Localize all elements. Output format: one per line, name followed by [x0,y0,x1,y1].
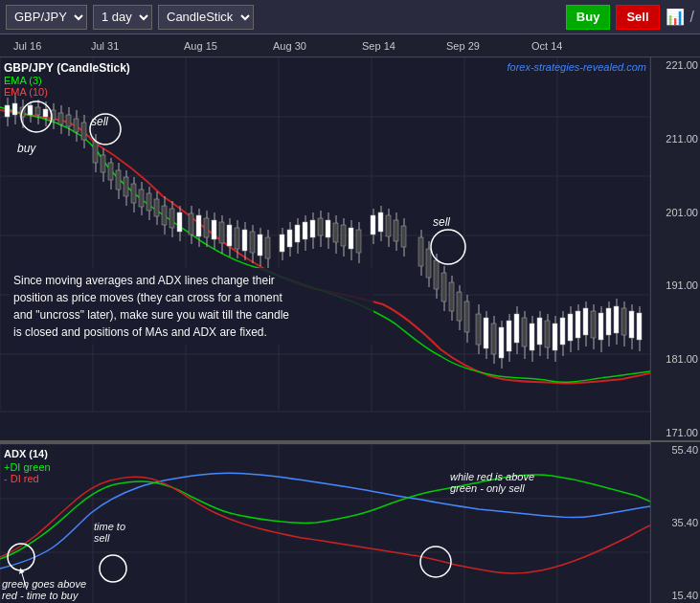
svg-rect-72 [227,225,232,246]
adx-di-green-label: +DI green [4,461,51,473]
chart-title: GBP/JPY (CandleStick) [4,61,130,75]
svg-rect-106 [371,215,375,234]
svg-rect-82 [265,237,270,258]
while-red-above-annotation: while red is abovegreen - only sell [450,471,534,494]
svg-rect-42 [108,163,113,180]
svg-rect-74 [235,228,239,249]
svg-rect-120 [434,260,439,289]
adx-price-labels: 55.40 35.40 15.40 [650,442,700,603]
svg-rect-56 [162,206,167,225]
svg-rect-18 [12,103,17,115]
sell1-annotation: sell [91,115,108,128]
svg-rect-26 [43,109,48,117]
svg-rect-22 [28,105,33,115]
svg-rect-90 [303,222,307,239]
svg-rect-88 [295,225,300,242]
svg-rect-32 [66,115,71,126]
settings-icon[interactable]: / [690,9,694,26]
svg-rect-80 [258,234,262,256]
price-label-4: 181.00 [653,353,698,365]
svg-rect-134 [491,324,496,354]
svg-rect-100 [341,225,346,246]
svg-rect-142 [522,318,527,346]
adx-chart-panel: ADX (14) +DI green - DI red time tosell … [0,442,650,603]
svg-rect-130 [476,314,481,345]
svg-point-175 [431,230,465,264]
svg-rect-92 [310,220,315,237]
adx-price-label-2: 15.40 [653,590,698,601]
svg-rect-58 [169,209,174,228]
svg-rect-16 [5,105,10,117]
pair-select[interactable]: GBP/JPY [6,5,87,30]
svg-point-188 [8,544,34,570]
main-chart[interactable]: GBP/JPY (CandleStick) EMA (3) EMA (10) f… [0,57,650,440]
date-axis: Jul 16 Jul 31 Aug 15 Aug 30 Sep 14 Sep 2… [0,34,700,57]
svg-rect-38 [93,142,98,163]
buy-button[interactable]: Buy [566,5,611,30]
svg-rect-140 [514,314,519,343]
svg-rect-64 [196,215,201,236]
green-goes-above-annotation: green goes abovered - time to buy [2,578,86,601]
svg-rect-136 [499,327,504,358]
svg-rect-76 [242,230,247,251]
chart-icon[interactable]: 📊 [666,8,685,26]
price-label-0: 221.00 [653,59,698,71]
svg-rect-110 [386,215,391,236]
svg-rect-138 [507,321,511,351]
svg-rect-94 [318,218,323,235]
svg-rect-54 [154,199,159,216]
adx-chart-row: ADX (14) +DI green - DI red time tosell … [0,440,700,603]
svg-rect-112 [394,220,398,241]
svg-rect-146 [537,318,542,345]
ema3-label: EMA (3) [4,75,42,86]
svg-rect-40 [101,155,105,172]
svg-rect-36 [81,123,86,140]
svg-rect-126 [457,292,462,321]
svg-rect-160 [591,311,596,338]
adx-chart[interactable]: ADX (14) +DI green - DI red time tosell … [0,442,650,603]
svg-rect-108 [378,212,383,232]
date-label-1: Jul 31 [91,40,119,52]
price-label-2: 201.00 [653,207,698,218]
time-to-sell-annotation: time tosell [94,521,125,544]
date-label-4: Sep 14 [362,40,395,52]
svg-rect-166 [614,306,619,333]
chart-container: Jul 16 Jul 31 Aug 15 Aug 30 Sep 14 Sep 2… [0,34,700,603]
adx-di-red-label: - DI red [4,473,39,484]
date-label-5: Sep 29 [446,40,480,52]
svg-rect-148 [545,321,550,347]
adx-price-axis: 55.40 35.40 15.40 [650,442,700,603]
svg-rect-162 [598,313,603,340]
price-label-3: 191.00 [653,279,698,291]
buy-annotation: buy [17,142,35,155]
price-label-1: 211.00 [653,133,698,145]
svg-rect-104 [356,230,361,253]
sell-button[interactable]: Sell [616,5,659,30]
info-text-box: Since moving averages and ADX lines chan… [10,268,373,345]
chart-type-select[interactable]: CandleStick [158,5,254,30]
svg-rect-30 [58,113,63,124]
svg-rect-114 [401,226,406,247]
timeframe-select[interactable]: 1 day [93,5,152,30]
svg-rect-132 [484,318,488,348]
svg-rect-124 [449,282,454,311]
svg-rect-168 [621,308,626,335]
svg-rect-52 [147,193,151,211]
svg-rect-70 [219,222,224,243]
toolbar: GBP/JPY 1 day CandleStick Buy Sell 📊 / [0,0,700,34]
svg-rect-154 [568,314,573,341]
svg-rect-170 [629,311,634,338]
watermark: forex-strategies-revealed.com [507,61,646,73]
svg-rect-68 [212,220,216,239]
ema-labels: EMA (3) EMA (10) [4,75,48,98]
svg-rect-128 [464,302,469,332]
date-label-2: Aug 15 [184,40,217,52]
svg-rect-102 [349,228,353,249]
svg-rect-98 [333,223,338,242]
svg-rect-118 [426,249,431,278]
svg-rect-46 [124,177,128,196]
svg-rect-78 [250,232,255,253]
svg-rect-34 [74,119,79,132]
svg-rect-84 [280,234,284,252]
chart-left: Jul 16 Jul 31 Aug 15 Aug 30 Sep 14 Sep 2… [0,34,700,603]
